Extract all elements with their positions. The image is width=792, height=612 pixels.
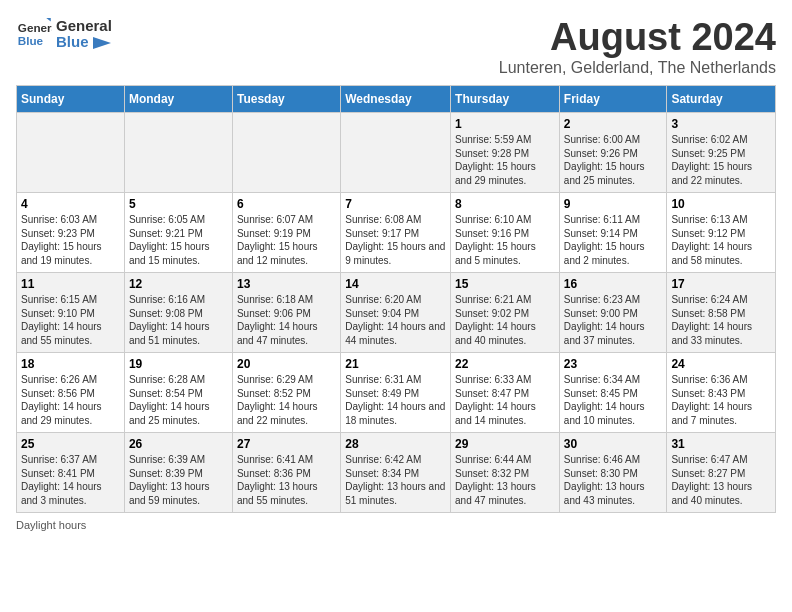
logo-general: General [56,18,112,35]
calendar-cell: 5Sunrise: 6:05 AM Sunset: 9:21 PM Daylig… [124,193,232,273]
day-number: 1 [455,117,555,131]
calendar-cell: 14Sunrise: 6:20 AM Sunset: 9:04 PM Dayli… [341,273,451,353]
day-info: Sunrise: 6:42 AM Sunset: 8:34 PM Dayligh… [345,453,446,507]
day-info: Sunrise: 6:31 AM Sunset: 8:49 PM Dayligh… [345,373,446,427]
calendar-cell: 24Sunrise: 6:36 AM Sunset: 8:43 PM Dayli… [667,353,776,433]
day-number: 3 [671,117,771,131]
calendar-cell: 23Sunrise: 6:34 AM Sunset: 8:45 PM Dayli… [559,353,667,433]
day-info: Sunrise: 6:29 AM Sunset: 8:52 PM Dayligh… [237,373,336,427]
calendar-cell: 30Sunrise: 6:46 AM Sunset: 8:30 PM Dayli… [559,433,667,513]
calendar-cell: 28Sunrise: 6:42 AM Sunset: 8:34 PM Dayli… [341,433,451,513]
calendar-cell: 2Sunrise: 6:00 AM Sunset: 9:26 PM Daylig… [559,113,667,193]
day-info: Sunrise: 6:20 AM Sunset: 9:04 PM Dayligh… [345,293,446,347]
day-number: 17 [671,277,771,291]
day-info: Sunrise: 6:00 AM Sunset: 9:26 PM Dayligh… [564,133,663,187]
day-number: 18 [21,357,120,371]
calendar-cell: 6Sunrise: 6:07 AM Sunset: 9:19 PM Daylig… [232,193,340,273]
day-info: Sunrise: 6:16 AM Sunset: 9:08 PM Dayligh… [129,293,228,347]
day-info: Sunrise: 6:26 AM Sunset: 8:56 PM Dayligh… [21,373,120,427]
svg-text:General: General [18,21,52,34]
day-info: Sunrise: 6:13 AM Sunset: 9:12 PM Dayligh… [671,213,771,267]
calendar-cell: 13Sunrise: 6:18 AM Sunset: 9:06 PM Dayli… [232,273,340,353]
day-number: 10 [671,197,771,211]
calendar-week-4: 18Sunrise: 6:26 AM Sunset: 8:56 PM Dayli… [17,353,776,433]
day-number: 15 [455,277,555,291]
day-number: 28 [345,437,446,451]
day-info: Sunrise: 6:11 AM Sunset: 9:14 PM Dayligh… [564,213,663,267]
day-number: 8 [455,197,555,211]
calendar-week-3: 11Sunrise: 6:15 AM Sunset: 9:10 PM Dayli… [17,273,776,353]
calendar-week-5: 25Sunrise: 6:37 AM Sunset: 8:41 PM Dayli… [17,433,776,513]
calendar-cell: 15Sunrise: 6:21 AM Sunset: 9:02 PM Dayli… [451,273,560,353]
calendar-cell: 11Sunrise: 6:15 AM Sunset: 9:10 PM Dayli… [17,273,125,353]
day-info: Sunrise: 6:21 AM Sunset: 9:02 PM Dayligh… [455,293,555,347]
day-info: Sunrise: 6:28 AM Sunset: 8:54 PM Dayligh… [129,373,228,427]
day-info: Sunrise: 6:41 AM Sunset: 8:36 PM Dayligh… [237,453,336,507]
logo-blue: Blue [56,34,112,51]
header-sunday: Sunday [17,86,125,113]
day-number: 16 [564,277,663,291]
calendar-cell: 17Sunrise: 6:24 AM Sunset: 8:58 PM Dayli… [667,273,776,353]
day-number: 12 [129,277,228,291]
day-number: 14 [345,277,446,291]
header-thursday: Thursday [451,86,560,113]
calendar-week-2: 4Sunrise: 6:03 AM Sunset: 9:23 PM Daylig… [17,193,776,273]
title-section: August 2024 Lunteren, Gelderland, The Ne… [499,16,776,77]
calendar-cell: 16Sunrise: 6:23 AM Sunset: 9:00 PM Dayli… [559,273,667,353]
calendar-cell: 22Sunrise: 6:33 AM Sunset: 8:47 PM Dayli… [451,353,560,433]
calendar-cell [232,113,340,193]
calendar-header-row: Sunday Monday Tuesday Wednesday Thursday… [17,86,776,113]
calendar-cell: 7Sunrise: 6:08 AM Sunset: 9:17 PM Daylig… [341,193,451,273]
calendar-table: Sunday Monday Tuesday Wednesday Thursday… [16,85,776,513]
day-info: Sunrise: 6:05 AM Sunset: 9:21 PM Dayligh… [129,213,228,267]
header-monday: Monday [124,86,232,113]
day-number: 31 [671,437,771,451]
day-info: Sunrise: 6:08 AM Sunset: 9:17 PM Dayligh… [345,213,446,267]
day-info: Sunrise: 6:07 AM Sunset: 9:19 PM Dayligh… [237,213,336,267]
day-info: Sunrise: 6:33 AM Sunset: 8:47 PM Dayligh… [455,373,555,427]
day-number: 23 [564,357,663,371]
logo: General Blue General Blue [16,16,112,52]
month-title: August 2024 [499,16,776,59]
day-info: Sunrise: 6:23 AM Sunset: 9:00 PM Dayligh… [564,293,663,347]
day-number: 20 [237,357,336,371]
day-number: 11 [21,277,120,291]
day-number: 2 [564,117,663,131]
day-info: Sunrise: 6:02 AM Sunset: 9:25 PM Dayligh… [671,133,771,187]
day-number: 5 [129,197,228,211]
day-number: 26 [129,437,228,451]
day-info: Sunrise: 6:39 AM Sunset: 8:39 PM Dayligh… [129,453,228,507]
day-info: Sunrise: 6:10 AM Sunset: 9:16 PM Dayligh… [455,213,555,267]
day-number: 13 [237,277,336,291]
calendar-cell: 20Sunrise: 6:29 AM Sunset: 8:52 PM Dayli… [232,353,340,433]
header-friday: Friday [559,86,667,113]
logo-flag-icon [93,37,111,49]
day-number: 22 [455,357,555,371]
day-info: Sunrise: 6:47 AM Sunset: 8:27 PM Dayligh… [671,453,771,507]
day-info: Sunrise: 6:15 AM Sunset: 9:10 PM Dayligh… [21,293,120,347]
logo-icon: General Blue [16,16,52,52]
day-info: Sunrise: 6:18 AM Sunset: 9:06 PM Dayligh… [237,293,336,347]
header: General Blue General Blue August 2024 Lu… [16,16,776,77]
day-number: 19 [129,357,228,371]
day-info: Sunrise: 6:03 AM Sunset: 9:23 PM Dayligh… [21,213,120,267]
location-subtitle: Lunteren, Gelderland, The Netherlands [499,59,776,77]
header-wednesday: Wednesday [341,86,451,113]
calendar-cell: 8Sunrise: 6:10 AM Sunset: 9:16 PM Daylig… [451,193,560,273]
calendar-cell: 3Sunrise: 6:02 AM Sunset: 9:25 PM Daylig… [667,113,776,193]
calendar-cell: 25Sunrise: 6:37 AM Sunset: 8:41 PM Dayli… [17,433,125,513]
day-number: 6 [237,197,336,211]
calendar-cell [17,113,125,193]
svg-text:Blue: Blue [18,34,44,47]
calendar-cell: 12Sunrise: 6:16 AM Sunset: 9:08 PM Dayli… [124,273,232,353]
calendar-cell: 10Sunrise: 6:13 AM Sunset: 9:12 PM Dayli… [667,193,776,273]
daylight-label: Daylight hours [16,519,86,531]
day-number: 9 [564,197,663,211]
day-info: Sunrise: 6:24 AM Sunset: 8:58 PM Dayligh… [671,293,771,347]
calendar-cell [341,113,451,193]
day-number: 30 [564,437,663,451]
day-number: 27 [237,437,336,451]
footer: Daylight hours [16,519,776,531]
calendar-cell: 21Sunrise: 6:31 AM Sunset: 8:49 PM Dayli… [341,353,451,433]
calendar-cell: 29Sunrise: 6:44 AM Sunset: 8:32 PM Dayli… [451,433,560,513]
